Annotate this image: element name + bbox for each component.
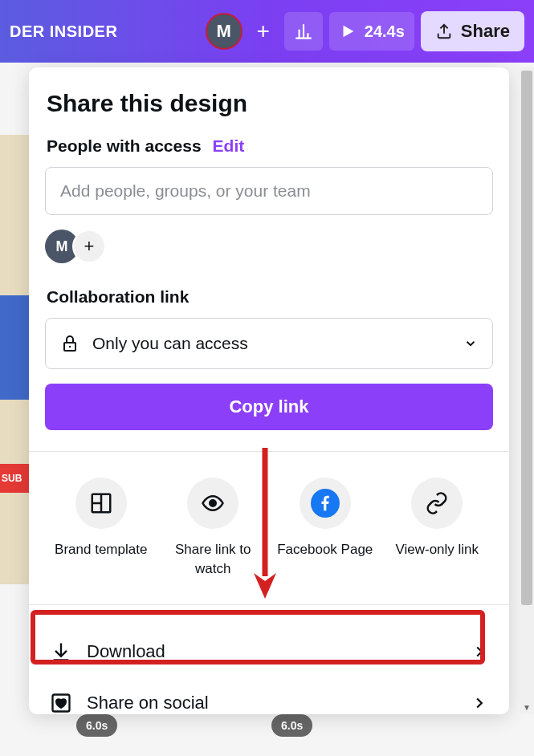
- share-options-row: Brand template Share link to watch Faceb…: [45, 473, 493, 583]
- access-row: People with access Edit: [45, 136, 493, 156]
- timeline-clip[interactable]: 6.0s: [76, 714, 117, 737]
- add-collaborator-button[interactable]: +: [249, 17, 278, 46]
- scrollbar-thumb[interactable]: [521, 71, 532, 605]
- play-icon: [339, 22, 357, 40]
- share-social-menu-item[interactable]: Share on social: [45, 677, 493, 714]
- scroll-down-arrow[interactable]: ▼: [522, 703, 532, 713]
- panel-title: Share this design: [45, 90, 493, 117]
- analytics-button[interactable]: [284, 12, 323, 51]
- lock-icon: [60, 334, 79, 353]
- share-panel: Share this design People with access Edi…: [29, 67, 509, 714]
- edit-access-link[interactable]: Edit: [213, 136, 245, 156]
- collab-label: Collaboration link: [45, 287, 493, 307]
- user-avatar[interactable]: M: [206, 13, 243, 50]
- topbar: DER INSIDER M + 24.4s Share: [0, 0, 534, 63]
- heart-box-icon: [50, 692, 72, 714]
- collaborators-row: M +: [45, 230, 493, 263]
- add-collaborator-small[interactable]: +: [72, 230, 106, 263]
- share-link-watch-option[interactable]: Share link to watch: [161, 478, 265, 579]
- chevron-right-icon: [471, 694, 488, 712]
- template-icon: [89, 491, 113, 515]
- timeline-clip[interactable]: 6.0s: [271, 714, 312, 737]
- upload-icon: [435, 22, 453, 40]
- divider: [29, 451, 509, 452]
- access-label: People with access: [47, 136, 202, 156]
- download-menu-item[interactable]: Download: [45, 626, 493, 677]
- design-title: DER INSIDER: [10, 22, 117, 41]
- avatar-letter: M: [217, 21, 231, 42]
- share-label: Share: [461, 21, 510, 42]
- facebook-page-option[interactable]: Facebook Page: [273, 478, 377, 579]
- chevron-down-icon: [463, 336, 478, 351]
- add-people-input[interactable]: [45, 167, 493, 215]
- chevron-right-icon: [471, 643, 488, 660]
- svg-point-2: [210, 500, 217, 506]
- play-button[interactable]: 24.4s: [329, 12, 414, 51]
- copy-link-button[interactable]: Copy link: [45, 384, 493, 430]
- link-icon: [425, 491, 449, 515]
- bg-decoration-blue: [0, 295, 29, 400]
- access-select-text: Only you can access: [92, 334, 450, 353]
- bar-chart-icon: [293, 21, 314, 42]
- duration-label: 24.4s: [365, 22, 405, 41]
- eye-icon: [201, 491, 225, 515]
- download-icon: [50, 640, 72, 663]
- facebook-icon: [316, 494, 334, 512]
- view-only-link-option[interactable]: View-only link: [385, 478, 489, 579]
- bg-decoration-red: SUB: [0, 464, 29, 493]
- share-button[interactable]: Share: [421, 11, 524, 51]
- link-access-select[interactable]: Only you can access: [45, 318, 493, 369]
- divider: [29, 604, 509, 605]
- brand-template-option[interactable]: Brand template: [49, 478, 153, 579]
